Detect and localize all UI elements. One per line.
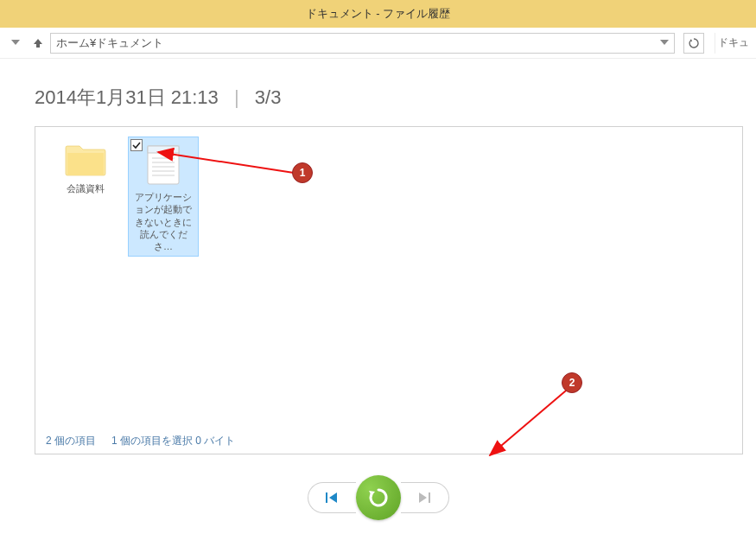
version-page: 3/3 — [255, 86, 282, 108]
status-selection: 1 個の項目を選択 0 バイト — [111, 434, 235, 448]
skip-forward-icon — [417, 492, 431, 504]
window-title: ドキュメント - ファイル履歴 — [306, 6, 451, 22]
folder-icon — [64, 141, 107, 177]
address-path: ホーム¥ドキュメント — [56, 35, 163, 51]
annotation-marker-2: 2 — [562, 372, 582, 393]
item-checkbox[interactable] — [130, 139, 143, 151]
annotation-marker-1: 1 — [292, 162, 313, 183]
restore-icon — [366, 486, 391, 510]
document-label: アプリケーションが起動できないときに読んでくださ… — [130, 191, 196, 252]
svg-rect-1 — [148, 146, 179, 153]
svg-rect-7 — [326, 492, 327, 503]
nav-up-icon[interactable] — [31, 36, 45, 50]
status-count: 2 個の項目 — [46, 434, 96, 448]
history-dropdown[interactable] — [5, 33, 26, 54]
title-bar: ドキュメント - ファイル履歴 — [0, 0, 756, 28]
address-chevron-down-icon — [660, 40, 669, 47]
file-pane: 会議資料 アプリケーションが起動できないときに読んでくださ… — [35, 126, 743, 454]
checkmark-icon — [132, 141, 141, 149]
refresh-button[interactable] — [683, 33, 704, 54]
status-bar: 2 個の項目 1 個の項目を選択 0 バイト — [46, 434, 235, 448]
version-meta: 2014年1月31日 21:13 | 3/3 — [35, 85, 721, 111]
skip-back-icon — [325, 492, 339, 504]
document-icon — [146, 144, 181, 186]
version-timestamp: 2014年1月31日 21:13 — [35, 86, 219, 108]
nav-bar: ホーム¥ドキュメント ドキュ — [0, 28, 756, 59]
refresh-icon — [688, 37, 700, 49]
next-version-button[interactable] — [401, 482, 449, 513]
history-controls — [35, 475, 721, 520]
previous-version-button[interactable] — [308, 482, 356, 513]
folder-item[interactable]: 会議資料 — [51, 137, 120, 198]
meta-separator: | — [234, 86, 239, 108]
restore-button[interactable] — [356, 475, 401, 520]
annotation-2-label: 2 — [569, 377, 575, 389]
item-list: 会議資料 アプリケーションが起動できないときに読んでくださ… — [51, 137, 742, 256]
right-truncated-label: ドキュ — [715, 33, 751, 54]
document-item[interactable]: アプリケーションが起動できないときに読んでくださ… — [129, 137, 198, 256]
annotation-1-label: 1 — [300, 167, 306, 179]
svg-rect-8 — [429, 492, 430, 503]
address-bar[interactable]: ホーム¥ドキュメント — [50, 33, 675, 54]
content-area: 2014年1月31日 21:13 | 3/3 会議資料 — [0, 59, 756, 520]
folder-label: 会議資料 — [67, 182, 105, 194]
